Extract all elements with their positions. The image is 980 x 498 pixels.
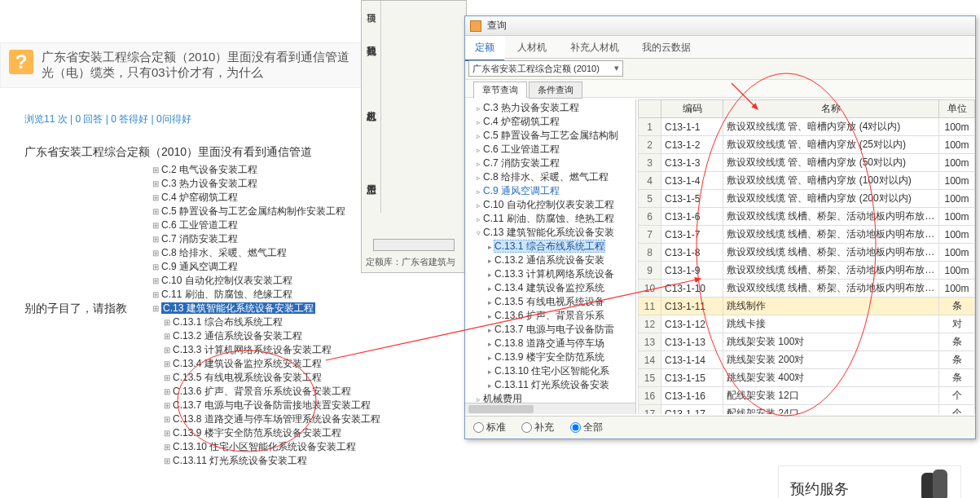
radio-all[interactable]: 全部 [570,421,603,433]
tab-quota[interactable]: 定额 [465,36,505,61]
table-row[interactable]: 1C13-1-1敷设双绞线缆 管、暗槽内穿放 (4对以内)100m [639,118,975,136]
subtab-condition[interactable]: 条件查询 [529,82,582,99]
tree-child-node[interactable]: C.13.8 道路交通与停车场管理系统设备安装工程 [164,412,380,426]
main-tabs: 定额 人材机 补充人材机 我的云数据 [465,36,975,59]
question-stats[interactable]: 浏览11 次 | 0 回答 | 0 答得好 | 0问得好 [24,112,191,126]
table-row[interactable]: 13C13-1-13跳线架安装 100对条 [639,333,975,351]
qtree-node[interactable]: C.5 静置设备与工艺金属结构制 [477,129,632,143]
col-header[interactable]: 名称 [723,100,939,118]
qtree-node[interactable]: C.13.5 有线电视系统设备 [488,295,632,309]
tree-node[interactable]: C.2 电气设备安装工程 [152,163,380,177]
vt-tab-fee[interactable]: 费用汇总 [362,172,380,182]
table-row[interactable]: 16C13-1-16配线架安装 12口个 [639,387,975,405]
qtree-node[interactable]: C.13.7 电源与电子设备防雷 [488,323,632,337]
table-row[interactable]: 15C13-1-15跳线架安装 400对条 [639,369,975,387]
vt-tab-material[interactable]: 人材机汇总 [362,99,380,108]
table-row[interactable]: 14C13-1-14跳线架安装 200对条 [639,351,975,369]
table-row[interactable]: 7C13-1-7敷设双绞线缆 线槽、桥架、活动地板内明布放 (25对以内)100… [639,226,975,244]
tree-node[interactable]: C.8 给排水、采暖、燃气工程 [152,246,380,260]
subtab-chapter[interactable]: 章节查询 [473,82,527,99]
qtree-node[interactable]: C.13.4 建筑设备监控系统 [488,281,632,295]
tab-material[interactable]: 人材机 [508,36,557,59]
tree-child-node[interactable]: C.13.7 电源与电子设备防雷接地装置安装工程 [164,399,380,412]
tab-supplement[interactable]: 补充人材机 [560,36,630,59]
qtree-node[interactable]: C.13.8 道路交通与停车场 [488,337,632,350]
col-header[interactable] [639,100,661,118]
tree-node[interactable]: C.5 静置设备与工艺金属结构制作安装工程 [152,205,380,218]
data-grid[interactable]: 编码名称单位1C13-1-1敷设双绞线缆 管、暗槽内穿放 (4对以内)100m2… [638,99,975,414]
qtree-node[interactable]: C.13 建筑智能化系统设备安装 [477,226,632,240]
table-row[interactable]: 3C13-1-3敷设双绞线缆 管、暗槽内穿放 (50对以内)100m [639,154,975,172]
radio-supplement[interactable]: 补充 [521,421,554,433]
question-box: ? 广东省安装工程综合定额（2010）里面没有看到通信管道光（电）缆类，只有03… [0,42,363,88]
booking-widget[interactable]: 预约服务 [778,465,961,498]
tree-node[interactable]: C.10 自动化控制仪表安装工程 [152,274,380,288]
library-combo[interactable]: 广东省安装工程综合定额 (2010) [468,60,623,77]
table-row[interactable]: 12C13-1-12跳线卡接对 [639,315,975,333]
tree-child-node[interactable]: C.13.4 建筑设备监控系统安装工程 [164,357,380,371]
tree-node[interactable]: C.11 刷油、防腐蚀、绝缘工程 [152,288,380,302]
qtree-node[interactable]: C.3 热力设备安装工程 [477,101,632,115]
table-row[interactable]: 10C13-1-10敷设双绞线缆 线槽、桥架、活动地板内明布放 (200对以内)… [639,280,975,297]
qtree-node[interactable]: C.13.2 通信系统设备安装 [488,253,632,267]
vt-tab-other[interactable]: 其他项目 [362,33,380,43]
qtree-node[interactable]: C.6 工业管道工程 [477,143,632,156]
tree-child-node[interactable]: C.13.2 通信系统设备安装工程 [164,329,380,343]
table-row[interactable]: 8C13-1-8敷设双绞线缆 线槽、桥架、活动地板内明布放 (50对以内)100… [639,244,975,262]
qtree-node[interactable]: C.13.9 楼宇安全防范系统 [488,350,632,364]
footer-radio-bar: 标准 补充 全部 [465,416,975,439]
tree-h-scrollbar[interactable] [465,403,635,414]
tree-hl-node[interactable]: C.13 建筑智能化系统设备安装工程 [161,302,315,314]
table-row[interactable]: 11C13-1-11跳线制作条 [639,297,975,315]
tree-node[interactable]: C.3 热力设备安装工程 [152,177,380,191]
tree-child-node[interactable]: C.13.11 灯光系统设备安装工程 [164,454,380,468]
question-mark-icon: ? [9,50,33,74]
tree-child-node[interactable]: C.13.3 计算机网络系统设备安装工程 [164,343,380,357]
table-row[interactable]: 5C13-1-5敷设双绞线缆 管、暗槽内穿放 (200对以内)100m [639,190,975,208]
qtree-node[interactable]: C.13.10 住宅小区智能化系 [488,364,632,378]
col-header[interactable]: 单位 [939,100,975,118]
col-header[interactable]: 编码 [661,100,723,118]
qtree-node[interactable]: C.11 刷油、防腐蚀、绝热工程 [477,212,632,226]
left-category-tree[interactable]: C.2 电气设备安装工程C.3 热力设备安装工程C.4 炉窑砌筑工程C.5 静置… [152,163,380,468]
window-title: 查询 [487,20,507,31]
table-row[interactable]: 4C13-1-4敷设双绞线缆 管、暗槽内穿放 (100对以内)100m [639,172,975,190]
vt-tab-project[interactable]: 项目 [362,1,380,11]
tree-node[interactable]: C.6 工业管道工程 [152,218,380,232]
tree-child-node[interactable]: C.13.9 楼宇安全防范系统设备安装工程 [164,426,380,440]
qtree-node[interactable]: C.13.11 灯光系统设备安装 [488,378,632,392]
tree-child-node[interactable]: C.13.5 有线电视系统设备安装工程 [164,371,380,385]
vertical-tool-panel: 项目 其他项目 人材机汇总 费用汇总 定额库：广东省建筑与 [361,0,467,273]
query-window: 查询 定额 人材机 补充人材机 我的云数据 广东省安装工程综合定额 (2010)… [464,15,976,439]
table-row[interactable]: 9C13-1-9敷设双绞线缆 线槽、桥架、活动地板内明布放 (100对以内)10… [639,262,975,280]
tree-pane[interactable]: C.3 热力设备安装工程C.4 炉窑砌筑工程C.5 静置设备与工艺金属结构制C.… [465,99,636,414]
tree-node[interactable]: C.9 通风空调工程 [152,260,380,274]
qtree-node[interactable]: C.8 给排水、采暖、燃气工程 [477,170,632,184]
qtree-node[interactable]: C.9 通风空调工程 [477,184,632,198]
qtree-node[interactable]: C.13.1 综合布线系统工程 [488,240,632,253]
radio-standard[interactable]: 标准 [473,421,506,433]
question-body-line1: 广东省安装工程综合定额（2010）里面没有看到通信管道 [24,145,312,160]
tab-cloud[interactable]: 我的云数据 [632,36,701,59]
subtabs: 章节查询 条件查询 [473,82,582,99]
tree-node[interactable]: C.4 炉窑砌筑工程 [152,191,380,205]
question-body-line2: 别的子目了，请指教 [24,302,127,316]
tree-child-node[interactable]: C.13.1 综合布线系统工程 [164,315,380,329]
toolbar: 广东省安装工程综合定额 (2010) [465,59,975,80]
qtree-node[interactable]: C.10 自动化控制仪表安装工程 [477,198,632,212]
table-row[interactable]: 6C13-1-6敷设双绞线缆 线槽、桥架、活动地板内明布放 (4对以内)100m [639,208,975,226]
tree-node[interactable]: C.7 消防安装工程 [152,232,380,246]
qtree-node[interactable]: C.4 炉窑砌筑工程 [477,115,632,129]
panel-scrollbar[interactable] [373,239,455,251]
question-title: 广东省安装工程综合定额（2010）里面没有看到通信管道光（电）缆类，只有03计价… [42,50,354,81]
table-row[interactable]: 2C13-1-2敷设双绞线缆 管、暗槽内穿放 (25对以内)100m [639,136,975,154]
tree-child-node[interactable]: C.13.6 扩声、背景音乐系统设备安装工程 [164,385,380,399]
window-titlebar[interactable]: 查询 [465,16,975,36]
tree-child-node[interactable]: C.13.10 住宅小区智能化系统设备安装工程 [164,440,380,454]
table-row[interactable]: 17C13-1-17配线架安装 24口个 [639,405,975,415]
qtree-node[interactable]: C.13.3 计算机网络系统设备 [488,267,632,281]
person-icon [921,469,956,498]
qtree-node[interactable]: C.7 消防安装工程 [477,156,632,170]
quota-library-label: 定额库：广东省建筑与 [366,256,455,268]
qtree-node[interactable]: C.13.6 扩声、背景音乐系 [488,309,632,323]
